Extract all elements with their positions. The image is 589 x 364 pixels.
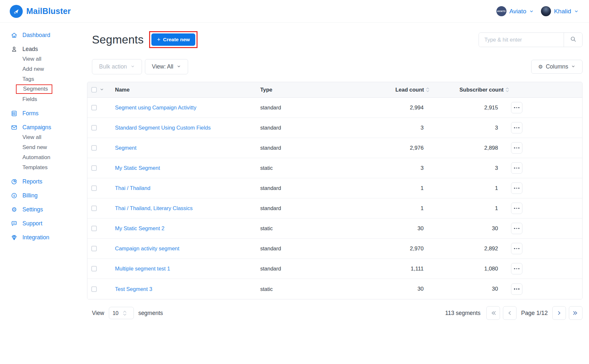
sidebar-item-fields[interactable]: Fields: [22, 94, 80, 104]
account-avatar: AVIATO: [496, 6, 506, 16]
segment-link[interactable]: Segment: [115, 145, 136, 151]
subscriber-count: 3: [431, 125, 511, 131]
row-checkbox[interactable]: [91, 125, 97, 131]
segment-link[interactable]: Thai / Thailand, Literary Classics: [115, 205, 193, 211]
row-checkbox[interactable]: [91, 206, 97, 211]
sidebar-item-send-new[interactable]: Send new: [22, 142, 80, 152]
row-actions-button[interactable]: [511, 182, 522, 194]
row-actions-button[interactable]: [511, 263, 522, 274]
sidebar-item-billing[interactable]: $ Billing: [11, 191, 80, 200]
sidebar-item-support[interactable]: Support: [11, 219, 80, 228]
navbar-right: AVIATO Aviato Khalid: [496, 6, 579, 16]
sidebar-item-leads[interactable]: Leads: [11, 44, 80, 54]
sidebar-item-automation[interactable]: Automation: [22, 152, 80, 162]
view-filter-dropdown[interactable]: View: All: [145, 59, 188, 74]
gem-icon: [11, 234, 18, 241]
lead-count: 1,111: [354, 266, 431, 272]
sidebar-item-label: View all: [22, 56, 41, 62]
sidebar-item-forms[interactable]: Forms: [11, 108, 80, 118]
table-row: Thai / Thailand standard 1 1: [87, 178, 582, 198]
segment-link[interactable]: Segment using Campaign Activitty: [115, 105, 196, 110]
column-header-type[interactable]: Type: [260, 87, 354, 93]
last-page-button[interactable]: [569, 306, 583, 320]
subscriber-count: 30: [431, 286, 511, 292]
chevron-right-icon: [556, 309, 563, 317]
sidebar-item-tags[interactable]: Tags: [22, 74, 80, 84]
subscriber-count: 1,080: [431, 266, 511, 272]
create-new-button[interactable]: + Create new: [151, 33, 195, 46]
sort-icon: [506, 87, 509, 93]
lead-count: 2,994: [354, 105, 431, 111]
row-checkbox[interactable]: [91, 145, 97, 151]
app-window: MailBluster AVIATO Aviato Khalid: [0, 0, 589, 364]
sidebar-item-campaigns-view-all[interactable]: View all: [22, 132, 80, 142]
segment-type: static: [260, 165, 354, 171]
segment-link[interactable]: Standard Segment Using Custom Fields: [115, 125, 211, 131]
sidebar-item-label: Add new: [22, 66, 44, 72]
sidebar-item-label: Dashboard: [22, 32, 50, 39]
table-row: Segment standard 2,976 2,898: [87, 138, 582, 158]
sidebar-item-templates[interactable]: Templates: [22, 162, 80, 172]
column-header-subscriber-count[interactable]: Subscriber count: [431, 87, 511, 93]
search-input[interactable]: [479, 33, 564, 47]
select-dropdown-chevron-icon[interactable]: [100, 87, 104, 93]
chevron-left-icon: [506, 309, 513, 317]
segment-type: standard: [260, 245, 354, 252]
segment-link[interactable]: Campaign activity segment: [115, 245, 179, 251]
bulk-action-dropdown[interactable]: Bulk action: [92, 59, 142, 74]
segment-link[interactable]: My Static Segment: [115, 165, 160, 171]
columns-dropdown[interactable]: ⚙ Columns: [531, 60, 583, 74]
segment-link[interactable]: Multiple segment test 1: [115, 266, 170, 271]
row-actions-button[interactable]: [511, 102, 522, 113]
row-actions-button[interactable]: [511, 122, 522, 133]
sidebar-item-integration[interactable]: Integration: [11, 232, 80, 242]
stepper-chevrons-icon[interactable]: [123, 310, 127, 316]
svg-text:$: $: [13, 194, 15, 197]
search-button[interactable]: [564, 33, 582, 47]
row-checkbox[interactable]: [91, 165, 97, 171]
row-actions-button[interactable]: [511, 162, 522, 174]
chevron-down-icon: [574, 9, 579, 14]
sidebar-item-leads-view-all[interactable]: View all: [22, 54, 80, 64]
sidebar: Dashboard Leads View all Add new Tags Se…: [0, 23, 80, 364]
subscriber-count: 2,898: [431, 145, 511, 151]
row-actions-button[interactable]: [511, 203, 522, 214]
sidebar-item-campaigns[interactable]: Campaigns: [11, 122, 80, 132]
segment-link[interactable]: Test Segment 3: [115, 286, 152, 292]
segment-type: standard: [260, 145, 354, 151]
home-icon: [11, 32, 18, 39]
previous-page-button[interactable]: [503, 306, 517, 320]
account-menu[interactable]: AVIATO Aviato: [496, 6, 534, 16]
column-header-name[interactable]: Name: [115, 87, 260, 93]
row-actions-button[interactable]: [511, 142, 522, 154]
segment-link[interactable]: My Static Segment 2: [115, 225, 164, 231]
segment-type: static: [260, 286, 354, 292]
subscriber-count: 1: [431, 185, 511, 192]
lead-count: 30: [354, 286, 431, 292]
row-checkbox[interactable]: [91, 226, 97, 231]
row-actions-button[interactable]: [511, 283, 522, 295]
row-checkbox[interactable]: [91, 105, 97, 110]
row-checkbox[interactable]: [91, 246, 97, 251]
sidebar-item-leads-add-new[interactable]: Add new: [22, 64, 80, 74]
select-all-checkbox[interactable]: [91, 87, 97, 93]
sidebar-item-settings[interactable]: ⚙ Settings: [11, 205, 80, 214]
first-page-button[interactable]: [486, 306, 500, 320]
sidebar-item-dashboard[interactable]: Dashboard: [11, 30, 80, 40]
brand[interactable]: MailBluster: [10, 5, 71, 18]
row-checkbox[interactable]: [91, 286, 97, 292]
sidebar-item-label: Send new: [22, 144, 47, 151]
segment-type: static: [260, 225, 354, 232]
row-actions-button[interactable]: [511, 243, 522, 254]
row-checkbox[interactable]: [91, 185, 97, 191]
user-menu[interactable]: Khalid: [541, 6, 579, 16]
next-page-button[interactable]: [552, 306, 566, 320]
sidebar-item-reports[interactable]: Reports: [11, 177, 80, 186]
column-header-lead-count[interactable]: Lead count: [354, 87, 431, 93]
row-actions-button[interactable]: [511, 223, 522, 234]
row-checkbox[interactable]: [91, 266, 97, 271]
sidebar-item-segments[interactable]: Segments: [22, 84, 80, 94]
per-page-input[interactable]: [109, 310, 122, 316]
columns-label: Columns: [546, 63, 568, 70]
segment-link[interactable]: Thai / Thailand: [115, 185, 150, 191]
